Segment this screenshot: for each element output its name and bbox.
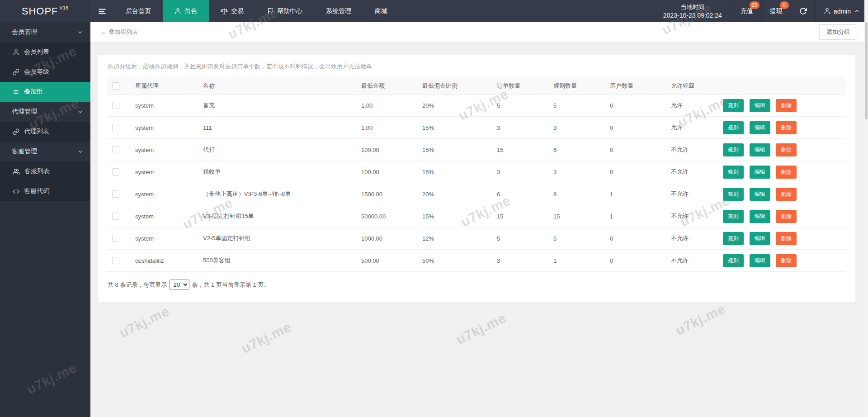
cell-rules: 3 [550,117,606,139]
edit-button[interactable]: 编辑 [750,121,770,134]
cell-loop: 不允许 [667,250,719,272]
delete-button[interactable]: 删除 [776,188,797,201]
edit-button[interactable]: 编辑 [750,188,770,201]
edit-button[interactable]: 编辑 [750,232,770,245]
rules-button[interactable]: 规则 [723,166,744,179]
row-checkbox[interactable] [112,168,119,175]
cell-min-amount: 1.00 [358,95,419,117]
refresh-button[interactable] [791,0,815,22]
sidebar-item-label: 客服代码 [24,187,49,195]
sidebar-group-agent-management[interactable]: 代理管理 [0,102,90,122]
sidebar-group-member-management[interactable]: 会员管理 [0,22,90,42]
nav-item-dashboard[interactable]: 后台首页 [114,0,163,22]
cell-loop: 不允许 [667,183,719,205]
cell-min-amount: 50000.00 [358,205,419,227]
cell-name: V3-固定打针组15单 [199,205,358,227]
nav-item-mall[interactable]: 商城 [363,0,399,22]
row-checkbox[interactable] [112,257,119,264]
cell-loop: 不允许 [667,227,719,250]
rules-button[interactable]: 规则 [723,143,744,156]
nav-item-help-center[interactable]: 帮助中心 [255,0,314,22]
per-page-select[interactable]: 20 [169,280,189,290]
header-rules: 规则数量 [550,77,606,95]
sidebar-group-service-management[interactable]: 客服管理 [0,142,90,161]
row-actions: 规则 编辑 删除 [719,227,846,250]
header-agent: 所属代理 [132,77,199,95]
sidebar-item-service-list[interactable]: 客服列表 [0,161,90,181]
edit-button[interactable]: 编辑 [750,143,770,156]
user-menu[interactable]: admin [815,0,868,22]
cell-agent: system [132,95,199,117]
cell-orders: 3 [493,161,550,183]
table-row: system 税收单 100.00 15% 3 3 0 不允许 规则 编辑 删除 [107,161,846,183]
row-checkbox[interactable] [112,235,119,242]
table-row: system （带他上高速）VIP3-6单--转--8单 1500.00 20%… [107,183,846,205]
row-checkbox[interactable] [112,213,119,220]
header-users: 用户数量 [606,77,667,95]
rules-button[interactable]: 规则 [723,232,744,245]
nav-item-roles[interactable]: 角色 [163,0,209,22]
cell-orders: 3 [493,250,550,272]
group-list-card: 添加分组后，必须添加规则，并且规则需要对应好订单个数，若出现不对称情况，会导致用… [98,55,855,302]
cell-min-amount: 100.00 [358,161,419,183]
cell-min-commission: 50% [419,250,493,272]
recharge-button[interactable]: 充值 25 [732,0,761,22]
delete-button[interactable]: 删除 [776,232,797,245]
cell-users: 0 [606,227,667,250]
delete-button[interactable]: 删除 [776,99,797,112]
rules-button[interactable]: 规则 [723,121,744,134]
row-checkbox[interactable] [112,102,119,109]
breadcrumb-bar: » 叠加组列表 添加分组 [90,22,868,43]
rules-button[interactable]: 规则 [723,188,744,201]
delete-button[interactable]: 删除 [776,166,797,179]
cell-loop: 不允许 [667,139,719,161]
delete-button[interactable]: 删除 [776,254,797,267]
delete-button[interactable]: 删除 [776,210,797,223]
nav-item-system[interactable]: 系统管理 [314,0,363,22]
rules-button[interactable]: 规则 [723,254,744,267]
sidebar-item-member-list[interactable]: 会员列表 [0,42,90,62]
sidebar-collapse-button[interactable] [90,0,114,22]
cell-agent: system [132,139,199,161]
row-actions: 规则 编辑 删除 [719,250,846,272]
scrollbar-thumb[interactable] [865,22,868,119]
sidebar-item-stack-group[interactable]: 叠加组 [0,82,90,102]
cell-users: 0 [606,95,667,117]
table-row: system 首充 1.00 20% 5 5 0 允许 规则 编辑 删除 [107,95,846,117]
rules-button[interactable]: 规则 [723,99,744,112]
edit-button[interactable]: 编辑 [750,166,770,179]
edit-button[interactable]: 编辑 [750,210,770,223]
rules-button[interactable]: 规则 [723,210,744,223]
delete-button[interactable]: 删除 [776,121,797,134]
select-all-checkbox[interactable] [112,82,119,90]
sidebar-item-label: 叠加组 [24,88,43,96]
link-icon [13,128,19,135]
sidebar-item-service-code[interactable]: 客服代码 [0,181,90,201]
add-group-button[interactable]: 添加分组 [819,24,857,40]
row-checkbox[interactable] [112,124,119,131]
row-checkbox[interactable] [112,146,119,153]
cell-loop: 允许 [667,95,719,117]
cell-min-amount: 1500.00 [358,183,419,205]
nav-item-trade[interactable]: 交易 [209,0,255,22]
cell-orders: 5 [493,227,550,250]
refresh-icon [799,7,807,15]
withdraw-button[interactable]: 提现 0 [761,0,791,22]
sidebar-group-label: 会员管理 [12,28,37,36]
sidebar-item-member-level[interactable]: 会员等级 [0,62,90,82]
chevron-up-icon [854,8,860,14]
row-actions: 规则 编辑 删除 [719,161,846,183]
row-checkbox[interactable] [112,190,119,198]
page-scrollbar[interactable] [864,0,868,417]
recharge-badge: 25 [750,1,760,9]
withdraw-label: 提现 [770,7,783,15]
edit-button[interactable]: 编辑 [750,254,770,267]
sidebar: 会员管理 会员列表 会员等级 叠加组 代理管理 代理列表 客服管理 [0,22,90,417]
pagination-suffix: 条，共 1 页当前显示第 1 页。 [192,281,269,289]
sidebar-item-agent-list[interactable]: 代理列表 [0,122,90,142]
delete-button[interactable]: 删除 [776,143,797,156]
topbar-right: 当地时间 2023-10-23 09:02:24 充值 25 提现 0 admi… [653,0,868,22]
cell-orders: 3 [493,117,550,139]
edit-button[interactable]: 编辑 [750,99,770,112]
cell-name: 代打 [199,139,358,161]
